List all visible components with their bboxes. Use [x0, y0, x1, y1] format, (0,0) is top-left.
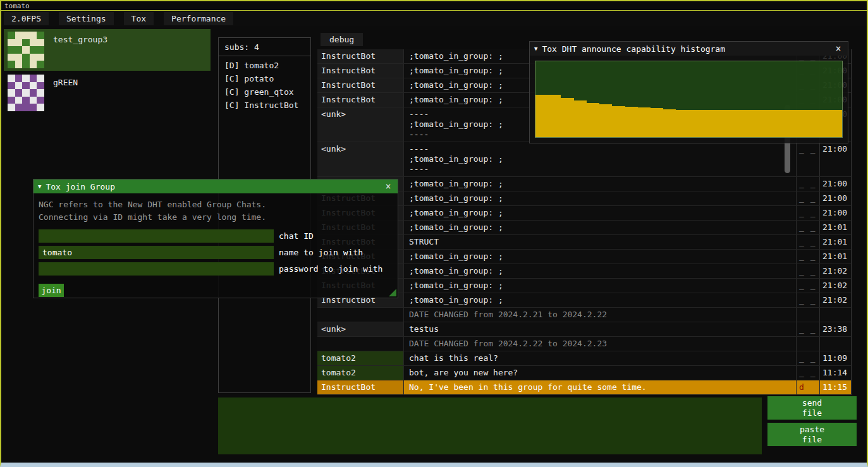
dht-histogram-titlebar[interactable]: ▼ Tox DHT announce capability histogram …	[530, 42, 848, 56]
dht-histogram-plot	[535, 61, 843, 138]
message-time: 21:01	[819, 235, 851, 249]
message-text: ;tomato_in_group: ;	[404, 191, 796, 205]
message-flags: _ _	[796, 177, 819, 191]
histogram-bar	[618, 106, 625, 137]
message-flags: _ _	[796, 279, 819, 293]
join-group-window: ▼ Tox join Group × NGC refers to the New…	[33, 179, 398, 298]
message-row[interactable]: <unk>----;tomato_in_group: ;----_ _21:00	[317, 142, 851, 177]
menu-item-tox[interactable]: Tox	[124, 12, 154, 25]
member-item[interactable]: [C] green_qtox	[219, 85, 310, 99]
group-item-green[interactable]: gREEN	[4, 72, 211, 114]
group-name: gREEN	[53, 75, 78, 87]
message-time: 21:01	[819, 221, 851, 234]
menu-item-2-0fps[interactable]: 2.0FPS	[4, 12, 49, 25]
histogram-bar	[708, 110, 714, 137]
message-flags: _ _	[796, 191, 819, 205]
message-flags: _ _	[796, 250, 819, 264]
message-flags: _ _	[796, 221, 819, 234]
sender-name: <unk>	[317, 107, 404, 142]
histogram-bar	[580, 100, 587, 137]
menu-item-settings[interactable]: Settings	[59, 12, 114, 25]
join-group-title: Tox join Group	[46, 182, 379, 191]
paste-file-button[interactable]: paste file	[767, 423, 857, 446]
message-text: No, I've been in this group for quite so…	[404, 380, 796, 394]
histogram-bar	[772, 110, 778, 137]
join-input-password-to-join-with[interactable]	[39, 262, 274, 276]
close-icon[interactable]: ×	[833, 43, 843, 54]
message-time	[819, 308, 851, 322]
message-flags: _ _	[796, 206, 819, 220]
dht-histogram-body	[530, 56, 848, 143]
collapse-icon[interactable]: ▼	[38, 183, 41, 190]
join-button[interactable]: join	[39, 284, 64, 297]
group-avatar	[8, 75, 44, 111]
sender-name: InstructBot	[317, 78, 404, 92]
message-flags: _ _	[796, 293, 819, 307]
app-window: tomato 2.0FPSSettingsToxPerformance test…	[0, 0, 868, 467]
histogram-bar	[804, 110, 810, 137]
histogram-bar	[747, 110, 753, 137]
close-icon[interactable]: ×	[383, 181, 393, 192]
dht-histogram-title: Tox DHT announce capability histogram	[542, 44, 829, 54]
message-text: DATE CHANGED from 2024.2.21 to 2024.2.22	[404, 308, 796, 322]
window-title: tomato	[4, 2, 30, 10]
join-field-label: chat ID	[279, 231, 314, 241]
histogram-bar	[561, 98, 567, 137]
message-text: ;tomato_in_group: ;	[404, 250, 796, 264]
menu-item-performance[interactable]: Performance	[164, 12, 233, 25]
message-flags: _ _	[796, 264, 819, 278]
member-item[interactable]: [C] InstructBot	[219, 99, 310, 112]
message-time: 21:00	[819, 177, 851, 191]
histogram-bar	[606, 104, 612, 137]
join-field-label: password to join with	[279, 264, 382, 274]
histogram-bar	[599, 104, 606, 137]
sender-name: tomato2	[317, 351, 404, 365]
group-item-test_group3[interactable]: test_group3	[4, 29, 211, 71]
message-time: 21:02	[819, 279, 851, 293]
message-time: 11:09	[819, 351, 851, 365]
histogram-bar	[733, 110, 740, 137]
tab-debug[interactable]: debug	[321, 33, 363, 46]
group-list: test_group3gREEN	[4, 29, 211, 115]
histogram-bar	[721, 110, 727, 137]
sender-name: InstructBot	[317, 93, 404, 107]
join-input-chat-id[interactable]	[39, 229, 274, 243]
group-name: test_group3	[53, 32, 107, 44]
sender-name: <unk>	[317, 322, 404, 336]
message-time: 21:02	[819, 293, 851, 307]
message-row[interactable]: tomato2bot, are you new here?_ _11:14	[317, 366, 851, 380]
send-file-button[interactable]: send file	[767, 396, 857, 420]
message-row[interactable]: <unk>testus_ _23:38	[317, 322, 851, 337]
collapse-icon[interactable]: ▼	[534, 45, 537, 52]
histogram-bar	[702, 110, 708, 137]
message-flags: d	[796, 380, 819, 394]
join-field-row: password to join with	[39, 262, 393, 276]
sender-name	[317, 308, 404, 322]
histogram-bar	[669, 109, 676, 137]
histogram-bar	[568, 98, 574, 137]
message-flags: _ _	[796, 322, 819, 336]
histogram-bar	[644, 107, 651, 137]
message-text: ;tomato_in_group: ;	[404, 221, 796, 234]
message-time: 21:00	[819, 191, 851, 205]
sender-name: InstructBot	[317, 380, 404, 394]
sender-name	[317, 337, 404, 351]
menubar: 2.0FPSSettingsToxPerformance	[1, 11, 867, 26]
histogram-bar	[695, 110, 702, 137]
join-input-name-to-join-with[interactable]	[39, 246, 274, 259]
resize-grip-icon[interactable]	[389, 289, 396, 296]
message-row[interactable]: tomato2chat is this real?_ _11:09	[317, 351, 851, 366]
join-group-titlebar[interactable]: ▼ Tox join Group ×	[34, 179, 398, 193]
member-item[interactable]: [C] potato	[219, 72, 310, 85]
join-fields: chat IDname to join withpassword to join…	[39, 229, 393, 276]
member-item[interactable]: [D] tomato2	[219, 59, 310, 72]
histogram-bar	[714, 110, 721, 137]
date-separator-row: DATE CHANGED from 2024.2.21 to 2024.2.22	[317, 308, 851, 322]
message-input[interactable]	[218, 397, 762, 454]
message-text: ;tomato_in_group: ;	[404, 279, 796, 293]
histogram-bar	[663, 109, 669, 137]
message-row[interactable]: InstructBotNo, I've been in this group f…	[317, 380, 851, 395]
message-time: 11:15	[819, 380, 851, 394]
histogram-bar	[778, 110, 785, 137]
histogram-bar	[535, 95, 542, 137]
